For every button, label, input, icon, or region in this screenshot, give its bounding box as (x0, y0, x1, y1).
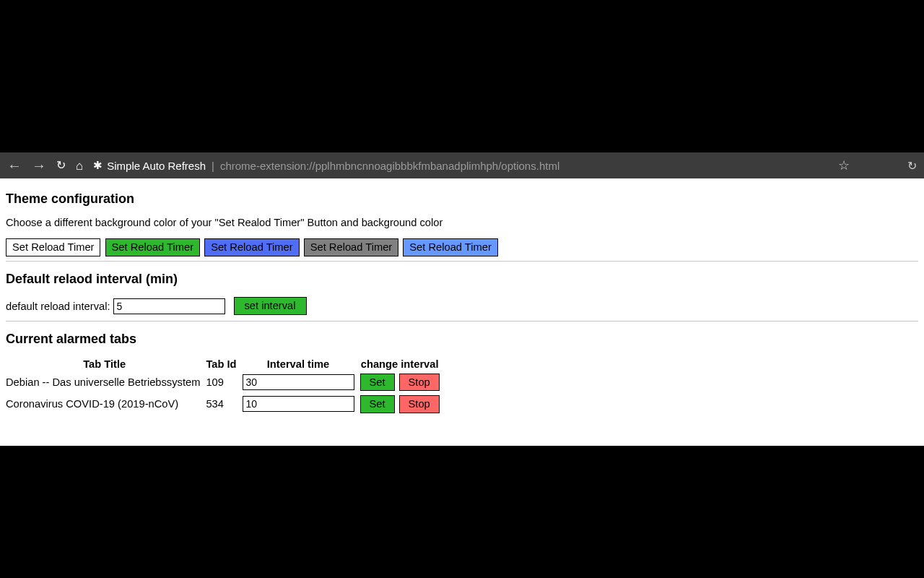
set-button[interactable]: Set (360, 395, 395, 413)
browser-toolbar: ← → ↻ ⌂ ✱ Simple Auto Refresh | chrome-e… (0, 152, 924, 178)
theme-description: Choose a different background color of y… (6, 217, 918, 228)
set-button[interactable]: Set (360, 374, 395, 391)
theme-button-green[interactable]: Set Reload Timer (105, 238, 200, 256)
set-interval-button[interactable]: set interval (234, 297, 307, 314)
bookmark-icon[interactable]: ☆ (838, 158, 850, 173)
table-header-row: Tab Title Tab Id Interval time change in… (6, 357, 443, 371)
divider (6, 321, 918, 322)
home-icon[interactable]: ⌂ (76, 160, 83, 172)
theme-button-lightblue[interactable]: Set Reload Timer (403, 238, 497, 256)
extension-icon: ✱ (93, 159, 103, 172)
reload-icon[interactable]: ↻ (56, 160, 66, 171)
page-content: Theme configuration Choose a different b… (0, 178, 924, 446)
forward-icon[interactable]: → (32, 158, 46, 173)
default-interval-heading: Default relaod interval (min) (6, 272, 918, 287)
title-url-separator: | (212, 160, 214, 172)
default-interval-row: default reload interval: set interval (6, 297, 918, 314)
tab-actions-cell: Set Stop (357, 371, 443, 393)
theme-button-white[interactable]: Set Reload Timer (6, 238, 100, 256)
divider (6, 261, 918, 262)
default-interval-label: default reload interval: (6, 301, 110, 312)
default-interval-input[interactable] (113, 298, 225, 314)
stop-button[interactable]: Stop (399, 395, 440, 413)
col-title: Tab Title (6, 357, 203, 371)
theme-button-row: Set Reload Timer Set Reload Timer Set Re… (6, 238, 918, 256)
tab-id-cell: 109 (203, 371, 239, 393)
interval-input[interactable] (243, 374, 354, 390)
tab-title-cell: Debian -- Das universelle Betriebssystem (6, 371, 203, 393)
tab-title-cell: Coronavirus COVID-19 (2019-nCoV) (6, 393, 203, 415)
tab-interval-cell (240, 393, 357, 415)
alarmed-tabs-table: Tab Title Tab Id Interval time change in… (6, 357, 443, 415)
alarmed-tabs-heading: Current alarmed tabs (6, 332, 918, 347)
tab-actions-cell: Set Stop (357, 393, 443, 415)
theme-button-gray[interactable]: Set Reload Timer (304, 238, 398, 256)
col-interval: Interval time (240, 357, 357, 371)
col-id: Tab Id (203, 357, 239, 371)
back-icon[interactable]: ← (7, 158, 22, 173)
tab-interval-cell (240, 371, 357, 393)
url-display: chrome-extension://pplhmbncnnoagibbbkfmb… (220, 160, 559, 172)
page-title: Simple Auto Refresh (107, 160, 206, 172)
theme-button-blue[interactable]: Set Reload Timer (204, 238, 299, 256)
theme-heading: Theme configuration (6, 191, 918, 207)
table-row: Debian -- Das universelle Betriebssystem… (6, 371, 443, 393)
col-change: change interval (357, 357, 443, 371)
table-row: Coronavirus COVID-19 (2019-nCoV) 534 Set… (6, 393, 443, 415)
reload-icon-right[interactable]: ↻ (907, 159, 917, 173)
interval-input[interactable] (243, 396, 354, 412)
stop-button[interactable]: Stop (399, 374, 440, 391)
tab-id-cell: 534 (203, 393, 239, 415)
nav-controls: ← → ↻ ⌂ (7, 158, 83, 173)
